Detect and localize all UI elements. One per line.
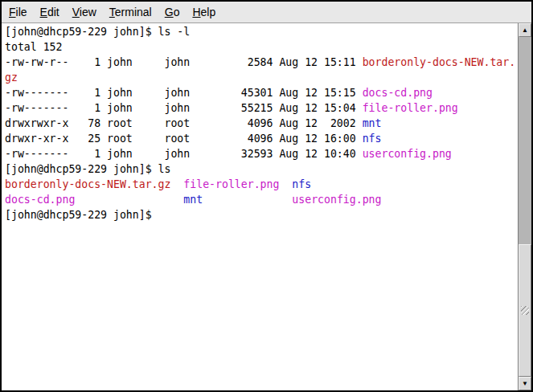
scrollbar-thumb[interactable]: [519, 244, 531, 377]
terminal-text-default: -rw------- 1 john john 55215 Aug 12 15:0…: [5, 102, 363, 114]
scroll-up-button[interactable]: ▲: [519, 23, 531, 37]
terminal-text-default: [john@dhcp59-229 john]$ ls: [5, 163, 170, 175]
terminal-output[interactable]: [john@dhcp59-229 john]$ ls -l total 152 …: [2, 23, 518, 390]
menu-item-view[interactable]: View: [66, 3, 103, 21]
menu-item-go[interactable]: Go: [158, 3, 187, 21]
terminal-line: total 152: [5, 41, 62, 53]
terminal-text-image: docs-cd.png: [363, 87, 433, 99]
terminal-text-directory: nfs: [292, 178, 311, 190]
terminal-text-default: -rw------- 1 john john 32593 Aug 12 10:4…: [5, 148, 363, 160]
menu-item-help[interactable]: Help: [186, 3, 222, 21]
terminal-text-image: docs-cd.png: [5, 194, 75, 206]
terminal-text-default: -rw-rw-r-- 1 john john 2584 Aug 12 15:11: [5, 56, 363, 68]
scroll-down-button[interactable]: ▼: [519, 377, 531, 390]
terminal-content: [john@dhcp59-229 john]$ ls -l total 152 …: [2, 23, 531, 390]
menu-item-file[interactable]: File: [2, 3, 34, 21]
terminal-text-default: -rw------- 1 john john 45301 Aug 12 15:1…: [5, 87, 363, 99]
terminal-text-image: userconfig.png: [292, 194, 381, 206]
terminal-line: -rw-rw-r-- 1 john john 2584 Aug 12 15:11…: [5, 56, 515, 68]
terminal-text-image: file-roller.png: [363, 102, 458, 114]
terminal-text-default: [279, 178, 292, 190]
terminal-text-directory: nfs: [363, 133, 382, 145]
menu-bar: FileEditViewTerminalGoHelp: [2, 2, 531, 23]
terminal-line: drwxrwxr-x 78 root root 4096 Aug 12 2002…: [5, 117, 381, 129]
terminal-line: [john@dhcp59-229 john]$: [5, 209, 152, 221]
terminal-line: -rw------- 1 john john 55215 Aug 12 15:0…: [5, 102, 458, 114]
terminal-text-image: file-roller.png: [183, 178, 279, 190]
terminal-text-archive: gz: [5, 71, 18, 84]
terminal-line: borderonly-docs-NEW.tar.gz file-roller.p…: [5, 178, 311, 190]
terminal-text-directory: mnt: [183, 194, 203, 206]
terminal-line: drwxr-xr-x 25 root root 4096 Aug 12 16:0…: [5, 133, 381, 145]
scrollbar-grip-icon: [521, 306, 529, 315]
menu-item-edit[interactable]: Edit: [34, 3, 66, 21]
terminal-line: -rw------- 1 john john 45301 Aug 12 15:1…: [5, 87, 433, 99]
terminal-text-default: drwxrwxr-x 78 root root 4096 Aug 12 2002: [5, 117, 363, 129]
terminal-text-default: drwxr-xr-x 25 root root 4096 Aug 12 16:0…: [5, 133, 363, 145]
up-arrow-icon: ▲: [522, 27, 528, 34]
terminal-text-archive: borderonly-docs-NEW.tar.: [363, 56, 516, 68]
terminal-text-default: [john@dhcp59-229 john]$ ls -l: [5, 26, 190, 38]
terminal-line: [john@dhcp59-229 john]$ ls: [5, 163, 170, 175]
terminal-window: FileEditViewTerminalGoHelp [john@dhcp59-…: [0, 0, 533, 392]
down-arrow-icon: ▼: [522, 380, 528, 387]
terminal-text-default: [75, 194, 183, 206]
scrollbar[interactable]: ▲ ▼: [518, 23, 531, 390]
terminal-line: gz: [5, 71, 18, 84]
terminal-text-image: userconfig.png: [363, 148, 452, 160]
terminal-text-default: total 152: [5, 41, 62, 53]
terminal-line: -rw------- 1 john john 32593 Aug 12 10:4…: [5, 148, 452, 160]
terminal-line: [john@dhcp59-229 john]$ ls -l: [5, 26, 190, 38]
terminal-text-archive: borderonly-docs-NEW.tar.gz: [5, 178, 170, 190]
terminal-text-default: [170, 178, 183, 190]
terminal-line: docs-cd.png mnt userconfig.png: [5, 194, 381, 206]
terminal-text-default: [203, 194, 292, 206]
menu-item-terminal[interactable]: Terminal: [103, 3, 158, 21]
terminal-text-directory: mnt: [363, 117, 382, 129]
terminal-text-default: [john@dhcp59-229 john]$: [5, 209, 152, 221]
